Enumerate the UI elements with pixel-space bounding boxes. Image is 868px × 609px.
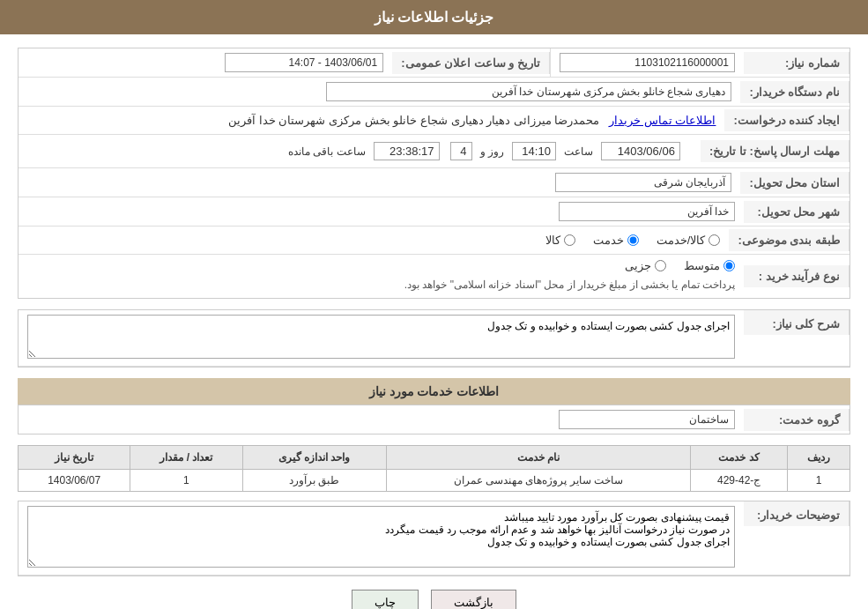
- response-date: 1403/06/06: [601, 142, 680, 160]
- radio-motavasset-label: متوسط: [684, 259, 720, 272]
- remaining-days: 4: [450, 142, 472, 160]
- delivery-city-label: شهر محل تحویل:: [744, 201, 849, 223]
- purchase-notice: پرداخت تمام یا بخشی از مبلغ خریدار از مح…: [404, 276, 735, 293]
- radio-kala-khedmat[interactable]: کالا/خدمت: [657, 234, 721, 247]
- remaining-time: 23:38:17: [374, 142, 440, 160]
- announce-date-label: تاریخ و ساعت اعلان عمومی:: [392, 52, 550, 74]
- service-group-section: گروه خدمت: ساختمان: [18, 405, 850, 434]
- response-time: 14:10: [512, 142, 556, 160]
- radio-kala-khedmat-label: کالا/خدمت: [657, 234, 706, 247]
- radio-jozi-label: جزیی: [625, 259, 651, 272]
- need-number-value: 1103102116000001: [550, 48, 744, 77]
- buyer-notes-label: توضیحات خریدار:: [744, 501, 849, 526]
- row-need-description: شرح کلی نیاز:: [19, 310, 849, 367]
- page-title: جزئیات اطلاعات نیاز: [375, 10, 494, 25]
- col-quantity: تعداد / مقدار: [130, 446, 242, 470]
- delivery-province-label: استان محل تحویل:: [740, 172, 849, 194]
- page-wrapper: جزئیات اطلاعات نیاز شماره نیاز: 11031021…: [0, 0, 868, 609]
- announce-date-input: 1403/06/01 - 14:07: [225, 53, 383, 72]
- need-number-input: 1103102116000001: [560, 53, 735, 72]
- announce-date-value: 1403/06/01 - 14:07: [19, 48, 392, 77]
- row-service-group: گروه خدمت: ساختمان: [19, 405, 849, 434]
- content-area: شماره نیاز: 1103102116000001 تاریخ و ساع…: [0, 34, 868, 609]
- delivery-province-input: آذربایجان شرقی: [555, 173, 731, 192]
- creator-value: اطلاعات تماس خریدار محمدرضا میرزائی دهیا…: [19, 109, 724, 131]
- radio-khedmat-input[interactable]: [627, 234, 639, 246]
- buyer-org-value: دهیاری شجاع خانلو بخش مرکزی شهرستان خدا …: [19, 78, 740, 106]
- col-name: نام خدمت: [386, 446, 691, 470]
- service-group-input: ساختمان: [559, 410, 735, 429]
- row-category: طبقه بندی موضوعی: کالا/خدمت خدمت: [19, 227, 849, 255]
- buyer-org-label: نام دستگاه خریدار:: [740, 81, 849, 103]
- category-label: طبقه بندی موضوعی:: [729, 229, 849, 251]
- row-creator: ایجاد کننده درخواست: اطلاعات تماس خریدار…: [19, 107, 849, 135]
- row-response-deadline: مهلت ارسال پاسخ: تا تاریخ: 1403/06/06 سا…: [19, 135, 849, 168]
- radio-kala-khedmat-input[interactable]: [708, 234, 720, 246]
- response-deadline-label: مهلت ارسال پاسخ: تا تاریخ:: [701, 140, 849, 162]
- row-province: استان محل تحویل: آذربایجان شرقی: [19, 168, 849, 197]
- buyer-org-input: دهیاری شجاع خانلو بخش مرکزی شهرستان خدا …: [326, 82, 731, 101]
- radio-jozi-input[interactable]: [655, 260, 666, 271]
- page-header: جزئیات اطلاعات نیاز: [0, 0, 868, 34]
- need-description-section: شرح کلی نیاز:: [18, 309, 850, 368]
- creator-link[interactable]: اطلاعات تماس خریدار: [609, 114, 716, 127]
- radio-jozi[interactable]: جزیی: [625, 259, 666, 272]
- radio-motavasset[interactable]: متوسط: [684, 259, 735, 272]
- purchase-type-label: نوع فرآیند خرید :: [744, 265, 849, 287]
- response-deadline-values: 1403/06/06 ساعت 14:10 روز و 4 23:38:17 س…: [19, 135, 701, 167]
- radio-kala-input[interactable]: [564, 234, 575, 246]
- radio-kala-label: کالا: [545, 234, 560, 247]
- radio-kala[interactable]: کالا: [545, 234, 575, 247]
- cell-unit-1: طبق برآورد: [242, 470, 386, 492]
- col-unit: واحد اندازه گیری: [242, 446, 386, 470]
- creator-name: محمدرضا میرزائی دهیار دهیاری شجاع خانلو …: [228, 114, 599, 127]
- cell-quantity-1: 1: [130, 470, 242, 492]
- category-value: کالا/خدمت خدمت کالا: [19, 229, 729, 251]
- services-table-section: ردیف کد خدمت نام خدمت واحد اندازه گیری ت…: [18, 445, 850, 492]
- row-buyer-notes: توضیحات خریدار:: [19, 501, 849, 576]
- cell-row-1: 1: [787, 470, 849, 492]
- col-code: کد خدمت: [691, 446, 788, 470]
- services-section-title: اطلاعات خدمات مورد نیاز: [18, 378, 850, 405]
- footer-buttons: بازگشت چاپ: [18, 590, 850, 609]
- cell-name-1: ساخت سایر پروژه‌های مهندسی عمران: [386, 470, 691, 492]
- row-city: شهر محل تحویل: خدا آفرین: [19, 197, 849, 227]
- purchase-type-value: متوسط جزیی پرداخت تمام یا بخشی از مبلغ خ…: [19, 255, 744, 298]
- main-info-section: شماره نیاز: 1103102116000001 تاریخ و ساع…: [18, 48, 850, 299]
- cell-code-1: ج-42-429: [691, 470, 788, 492]
- col-date: تاریخ نیاز: [19, 446, 130, 470]
- remaining-days-label: روز و: [480, 145, 504, 158]
- buyer-notes-value: [19, 501, 744, 575]
- buyer-notes-section: توضیحات خریدار:: [18, 501, 850, 576]
- delivery-city-value: خدا آفرین: [19, 197, 744, 226]
- row-need-number: شماره نیاز: 1103102116000001 تاریخ و ساع…: [19, 48, 849, 78]
- creator-label: ایجاد کننده درخواست:: [724, 109, 849, 131]
- print-button[interactable]: چاپ: [352, 590, 419, 609]
- service-group-label: گروه خدمت:: [744, 409, 849, 431]
- service-group-value: ساختمان: [19, 405, 744, 434]
- response-time-label: ساعت: [564, 145, 593, 158]
- col-row: ردیف: [787, 446, 849, 470]
- row-buyer-org: نام دستگاه خریدار: دهیاری شجاع خانلو بخش…: [19, 78, 849, 107]
- buyer-notes-textarea[interactable]: [27, 506, 735, 568]
- need-description-label: شرح کلی نیاز:: [744, 310, 849, 335]
- need-description-textarea[interactable]: [27, 315, 735, 359]
- need-number-label: شماره نیاز:: [744, 52, 849, 74]
- delivery-city-input: خدا آفرین: [559, 202, 735, 221]
- radio-motavasset-input[interactable]: [723, 260, 735, 271]
- services-table: ردیف کد خدمت نام خدمت واحد اندازه گیری ت…: [18, 445, 850, 492]
- radio-khedmat[interactable]: خدمت: [593, 234, 639, 247]
- need-description-value: [19, 310, 744, 366]
- row-purchase-type: نوع فرآیند خرید : متوسط جزیی: [19, 255, 849, 298]
- radio-khedmat-label: خدمت: [593, 234, 624, 247]
- cell-date-1: 1403/06/07: [19, 470, 130, 492]
- remaining-time-label: ساعت باقی مانده: [288, 145, 366, 158]
- back-button[interactable]: بازگشت: [431, 590, 516, 609]
- table-row: 1 ج-42-429 ساخت سایر پروژه‌های مهندسی عم…: [19, 470, 850, 492]
- delivery-province-value: آذربایجان شرقی: [19, 168, 740, 197]
